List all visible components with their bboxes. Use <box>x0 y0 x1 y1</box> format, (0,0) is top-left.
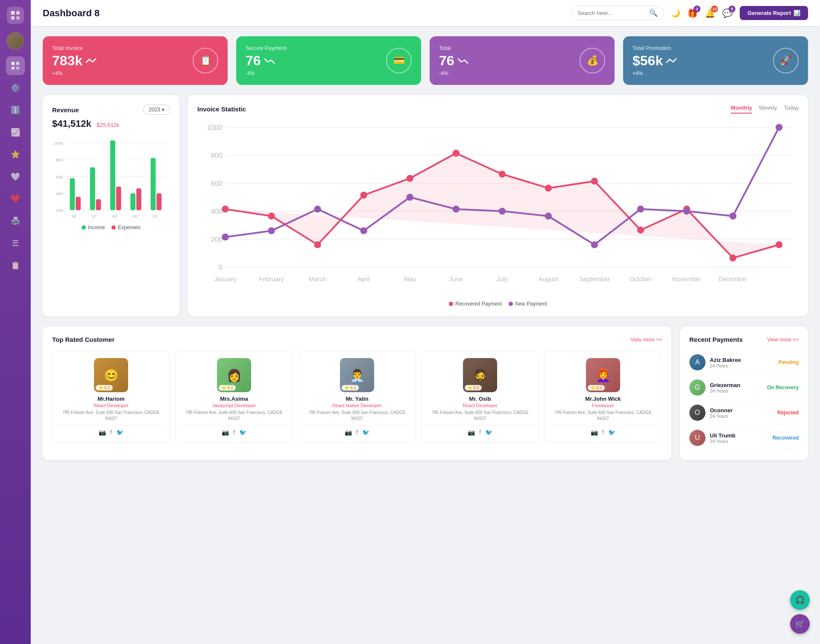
gift-icon-btn[interactable]: 🎁 2 <box>687 8 698 18</box>
customer-role-2: React Native Developer <box>332 403 382 408</box>
twitter-icon-0[interactable]: 🐦 <box>116 429 123 436</box>
revenue-compare: $25,612k <box>97 122 120 128</box>
svg-point-67 <box>591 241 598 248</box>
bar-chart-svg: 1000 800 600 400 200 <box>52 134 170 219</box>
tab-weekly[interactable]: Weekly <box>759 105 777 114</box>
headset-float-btn[interactable]: 🎧 <box>790 590 810 610</box>
svg-text:April: April <box>357 276 370 283</box>
stat-change-1: -4% <box>246 70 287 76</box>
stat-card-left-0: Total invoice 783k +4% <box>52 45 96 76</box>
customer-name-0: Mr.Hariom <box>97 396 125 402</box>
instagram-icon-1[interactable]: 📷 <box>222 429 229 436</box>
income-dot <box>82 225 86 230</box>
cart-float-btn[interactable]: 🛒 <box>790 614 810 634</box>
facebook-icon-0[interactable]: f <box>110 429 112 436</box>
customer-role-4: Freelancer <box>592 403 615 408</box>
sidebar-item-print[interactable]: 🖨️ <box>6 212 25 230</box>
svg-point-48 <box>314 241 321 248</box>
svg-rect-23 <box>116 186 121 210</box>
customer-card-1: 👩 ⭐4.2 Mrs.Asima Javascript Developer 79… <box>175 351 293 443</box>
sidebar-item-heart-outline[interactable]: 🤍 <box>6 167 25 186</box>
invoice-chart-title: Invoice Statistic <box>197 105 246 113</box>
svg-point-70 <box>729 213 736 219</box>
stat-value-2: 76 <box>439 53 468 69</box>
sidebar-avatar[interactable] <box>7 32 24 50</box>
facebook-icon-2[interactable]: f <box>356 429 358 436</box>
invoice-tabs: Monthly Weekly Today <box>731 105 799 114</box>
search-box[interactable]: 🔍 <box>571 6 664 20</box>
sidebar-item-list[interactable]: 📋 <box>6 256 25 275</box>
instagram-icon-3[interactable]: 📷 <box>468 429 475 436</box>
sidebar-item-heart[interactable]: ❤️ <box>6 189 25 208</box>
customers-view-more[interactable]: View more >> <box>630 337 662 343</box>
stat-card-total-promotion: Total Promotion $56k +4% 🚀 <box>623 36 808 85</box>
chevron-down-icon: ▾ <box>162 107 164 113</box>
chat-icon-btn[interactable]: 💬 5 <box>722 8 733 18</box>
stat-icon-2: 💰 <box>580 48 605 73</box>
customer-role-1: Javascript Developer <box>212 403 256 408</box>
main-content: Dashboard 8 🔍 🌙 🎁 2 🔔 12 💬 5 Generate Re… <box>31 0 820 644</box>
svg-text:800: 800 <box>211 152 223 159</box>
customer-address-3: 795 Folsom Ave, Suite 600 San Francisco,… <box>427 410 533 422</box>
svg-rect-19 <box>76 197 81 210</box>
invoice-chart-card: Invoice Statistic Monthly Weekly Today <box>188 95 808 316</box>
stat-card-total: Total 76 -4% 💰 <box>430 36 615 85</box>
svg-rect-0 <box>11 11 15 15</box>
payment-age-1: 24 Years <box>710 388 763 393</box>
svg-text:June: June <box>449 276 463 283</box>
svg-rect-5 <box>16 62 19 65</box>
svg-point-69 <box>683 208 690 215</box>
invoice-chart-header: Invoice Statistic Monthly Weekly Today <box>197 105 799 114</box>
facebook-icon-4[interactable]: f <box>602 429 604 436</box>
svg-text:September: September <box>579 276 610 283</box>
year-selector[interactable]: 2023 ▾ <box>143 105 170 115</box>
twitter-icon-1[interactable]: 🐦 <box>239 429 246 436</box>
revenue-chart-header: Revenue 2023 ▾ <box>52 105 170 115</box>
dark-mode-toggle[interactable]: 🌙 <box>671 9 680 18</box>
sidebar-item-dashboard[interactable] <box>6 56 25 75</box>
twitter-icon-3[interactable]: 🐦 <box>485 429 492 436</box>
twitter-icon-2[interactable]: 🐦 <box>362 429 369 436</box>
twitter-icon-4[interactable]: 🐦 <box>608 429 615 436</box>
gift-badge: 2 <box>694 6 700 12</box>
sidebar-logo[interactable] <box>7 7 24 24</box>
bell-badge: 12 <box>711 6 718 12</box>
facebook-icon-1[interactable]: f <box>233 429 235 436</box>
payments-view-more[interactable]: View more >> <box>767 337 799 343</box>
svg-text:600: 600 <box>56 175 63 179</box>
svg-text:400: 400 <box>211 207 223 215</box>
instagram-icon-4[interactable]: 📷 <box>591 429 598 436</box>
invoice-line-chart: 1000 800 600 400 200 0 <box>197 120 799 297</box>
tab-monthly[interactable]: Monthly <box>731 105 752 114</box>
customer-socials-0: 📷 f 🐦 <box>58 425 164 436</box>
payment-avatar-3: U <box>689 430 706 446</box>
svg-rect-25 <box>136 188 141 210</box>
sidebar-item-star[interactable]: ⭐ <box>6 145 25 164</box>
payment-status-2: Rejected <box>777 410 799 416</box>
customer-name-3: Mr. Osib <box>469 396 491 402</box>
sidebar-item-menu[interactable]: ☰ <box>6 234 25 253</box>
recovered-dot <box>449 302 453 306</box>
payment-item-2: O Oconner 24 Years Rejected <box>689 400 799 425</box>
instagram-icon-2[interactable]: 📷 <box>345 429 352 436</box>
payment-info-3: Uli Trumb 24 Years <box>710 432 768 444</box>
stat-label-2: Total <box>439 45 468 51</box>
generate-report-button[interactable]: Generate Report 📊 <box>740 6 808 20</box>
sidebar-item-settings[interactable]: ⚙️ <box>6 79 25 97</box>
sidebar-item-info[interactable]: ℹ️ <box>6 101 25 119</box>
customer-socials-3: 📷 f 🐦 <box>427 425 533 436</box>
payment-name-1: Griezerman <box>710 382 763 388</box>
sidebar-item-analytics[interactable]: 📈 <box>6 123 25 142</box>
stat-icon-3: 🚀 <box>773 48 799 73</box>
payment-item-0: A Aziz Bakree 24 Years Pending <box>689 350 799 375</box>
facebook-icon-3[interactable]: f <box>479 429 481 436</box>
sidebar: ⚙️ ℹ️ 📈 ⭐ 🤍 ❤️ 🖨️ ☰ 📋 <box>0 0 31 644</box>
bell-icon-btn[interactable]: 🔔 12 <box>705 8 715 18</box>
svg-text:March: March <box>309 276 326 283</box>
svg-text:06: 06 <box>72 214 76 219</box>
customer-card-3: 🧔 ⭐4.2 Mr. Osib React Developer 795 Fols… <box>421 351 539 443</box>
tab-today[interactable]: Today <box>784 105 799 114</box>
instagram-icon-0[interactable]: 📷 <box>99 429 106 436</box>
search-input[interactable] <box>577 10 646 16</box>
recovered-legend: Recovered Payment <box>449 301 502 307</box>
